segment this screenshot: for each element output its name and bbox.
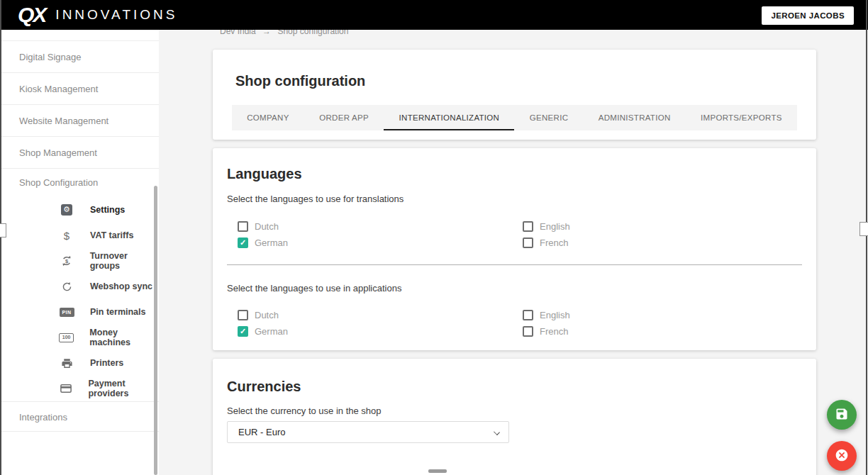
checkbox-label: German <box>255 326 288 337</box>
sidebar-item-turnover-groups[interactable]: $ Turnover groups <box>1 248 159 274</box>
sidebar-item-vat-tariffs[interactable]: $ VAT tariffs <box>1 223 159 248</box>
window-resize-handle-right[interactable] <box>859 222 868 236</box>
languages-card: Languages Select the languages to use fo… <box>213 148 816 350</box>
sidebar-nav: Digital Signage Kiosk Management Website… <box>1 30 159 475</box>
app-window: QX INNOVATIONS JEROEN JACOBS Dev India →… <box>0 0 868 475</box>
checkbox-applications-english[interactable]: English <box>523 310 570 320</box>
sidebar-item-label: Shop Management <box>19 147 97 158</box>
currencies-title: Currencies <box>227 379 301 395</box>
user-account-button[interactable]: JEROEN JACOBS <box>762 6 854 25</box>
checkbox-unchecked[interactable] <box>523 238 533 248</box>
checkbox-label: English <box>540 310 570 320</box>
checkbox-checked[interactable]: ✓ <box>238 238 248 248</box>
chevron-down-icon <box>494 429 500 435</box>
sidebar-item-integrations[interactable]: Integrations <box>1 401 159 432</box>
checkbox-unchecked[interactable] <box>238 310 248 320</box>
save-button[interactable] <box>827 400 857 430</box>
section-divider <box>227 264 802 265</box>
checkbox-translations-french[interactable]: French <box>523 238 568 248</box>
currencies-card: Currencies Select the currency to use in… <box>213 359 816 475</box>
checkbox-unchecked[interactable] <box>523 310 533 320</box>
logo-qx-mark: QX <box>18 4 45 26</box>
tab-generic[interactable]: GENERIC <box>514 105 583 130</box>
qx-innovations-logo: QX INNOVATIONS <box>18 4 177 26</box>
checkbox-label: German <box>255 238 288 248</box>
svg-text:$: $ <box>65 258 69 264</box>
shop-configuration-card: Shop configuration COMPANY ORDER APP INT… <box>213 50 816 140</box>
pin-glyph: PIN <box>60 308 74 317</box>
tab-administration[interactable]: ADMINISTRATION <box>584 105 686 130</box>
page-title: Shop configuration <box>235 73 365 89</box>
sidebar-item-label: VAT tariffs <box>90 230 133 240</box>
tab-order-app[interactable]: ORDER APP <box>304 105 384 130</box>
sidebar-item-label: Digital Signage <box>19 52 81 62</box>
window-border-left <box>0 0 1 475</box>
sidebar-item-payment-providers[interactable]: Payment providers <box>1 376 159 401</box>
checkbox-unchecked[interactable] <box>523 326 533 337</box>
sidebar-item-label: Integrations <box>19 412 67 423</box>
languages-title: Languages <box>227 166 302 182</box>
tab-company[interactable]: COMPANY <box>232 105 304 130</box>
settings-tabbar: COMPANY ORDER APP INTERNATIONALIZATION G… <box>232 105 797 130</box>
pin-badge-icon: PIN <box>59 306 74 318</box>
sidebar-top-divider <box>1 30 159 41</box>
sidebar-item-label: Printers <box>90 358 123 368</box>
window-resize-handle-left[interactable] <box>0 223 6 238</box>
checkbox-label: Dutch <box>255 310 279 320</box>
sync-icon <box>59 280 74 293</box>
applications-subtitle: Select the languages to use in applicati… <box>227 283 401 294</box>
printer-icon <box>59 357 74 369</box>
sidebar-item-website-management[interactable]: Website Management <box>1 105 159 137</box>
logo-wordmark: INNOVATIONS <box>55 7 177 23</box>
checkbox-applications-german[interactable]: ✓ German <box>238 326 288 337</box>
save-disk-icon <box>835 407 849 423</box>
cancel-button[interactable] <box>827 441 857 471</box>
sidebar-item-shop-management[interactable]: Shop Management <box>1 137 159 169</box>
checkbox-label: French <box>540 326 568 337</box>
clipped-checkbox-element <box>428 469 447 473</box>
credit-card-icon <box>59 382 72 395</box>
currency-select[interactable]: EUR - Euro <box>227 421 509 443</box>
cancel-circle-icon <box>835 448 849 464</box>
dollar-icon: $ <box>59 229 74 242</box>
tab-imports-exports[interactable]: IMPORTS/EXPORTS <box>686 105 797 130</box>
checkbox-label: Dutch <box>255 221 279 232</box>
settings-gear-icon: ⚙ <box>59 203 74 216</box>
checkbox-unchecked[interactable] <box>523 221 533 232</box>
sidebar-item-printers[interactable]: Printers <box>1 350 159 376</box>
sidebar-item-label: Webshop sync <box>90 281 152 291</box>
sidebar-item-label: Turnover groups <box>90 251 159 271</box>
window-border-right <box>866 0 867 475</box>
checkbox-label: French <box>540 238 568 248</box>
checkbox-translations-dutch[interactable]: Dutch <box>238 221 279 232</box>
sidebar-item-shop-configuration[interactable]: Shop Configuration <box>1 169 159 197</box>
sidebar-item-settings[interactable]: ⚙ Settings <box>1 197 159 223</box>
checkbox-label: English <box>540 221 570 232</box>
sidebar-item-webshop-sync[interactable]: Webshop sync <box>1 274 159 299</box>
money-glyph: 100 <box>59 333 74 342</box>
checkbox-applications-french[interactable]: French <box>523 326 568 337</box>
sidebar-item-kiosk-management[interactable]: Kiosk Management <box>1 73 159 105</box>
currency-selected-value: EUR - Euro <box>238 427 285 437</box>
sidebar-item-label: Shop Configuration <box>19 177 98 188</box>
sidebar-item-pin-terminals[interactable]: PIN Pin terminals <box>1 299 159 325</box>
sidebar-item-label: Website Management <box>19 116 108 126</box>
currencies-subtitle: Select the currency to use in the shop <box>227 406 382 416</box>
sidebar-item-label: Kiosk Management <box>19 84 98 94</box>
sidebar-scrollbar-thumb[interactable] <box>154 186 157 475</box>
checkbox-translations-english[interactable]: English <box>523 221 570 232</box>
app-header: QX INNOVATIONS JEROEN JACOBS <box>0 0 868 30</box>
sidebar-item-money-machines[interactable]: 100 Money machines <box>1 325 159 350</box>
gear-glyph: ⚙ <box>61 204 72 216</box>
checkbox-checked[interactable]: ✓ <box>238 326 248 337</box>
checkbox-applications-dutch[interactable]: Dutch <box>238 310 279 320</box>
tab-internationalization[interactable]: INTERNATIONALIZATION <box>384 105 514 130</box>
sidebar-item-label: Money machines <box>89 328 159 347</box>
sidebar-item-digital-signage[interactable]: Digital Signage <box>1 41 159 73</box>
checkbox-translations-german[interactable]: ✓ German <box>238 238 288 248</box>
turnover-cycle-icon: $ <box>59 255 74 267</box>
sidebar-item-label: Pin terminals <box>90 307 146 317</box>
checkbox-unchecked[interactable] <box>238 221 248 232</box>
sidebar-item-label: Settings <box>90 205 125 215</box>
money-badge-icon: 100 <box>59 331 74 344</box>
